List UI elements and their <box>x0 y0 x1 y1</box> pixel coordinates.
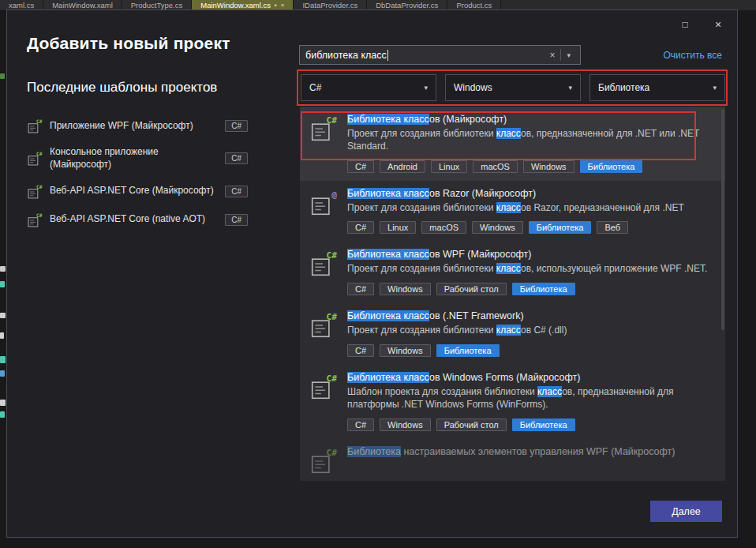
text-segment: ов Razor (Майкрософт) <box>429 188 536 199</box>
class-library-icon: C# <box>309 114 338 143</box>
result-tag[interactable]: Библиотека <box>436 344 500 357</box>
filter-value: Windows <box>454 82 492 93</box>
text-segment: ов WPF (Майкрософт) <box>429 249 532 260</box>
result-tag[interactable]: macOS <box>473 160 518 173</box>
result-description: Проект для создания библиотеки классов, … <box>347 263 716 276</box>
text-segment: настраиваемых элементов управления WPF (… <box>401 446 676 457</box>
result-tag[interactable]: Библиотека <box>529 221 592 234</box>
wpf-custom-control-library-icon: C# <box>309 447 338 475</box>
search-value: библиотека класс <box>305 50 387 61</box>
result-tag[interactable]: C# <box>347 221 374 234</box>
text-segment: ов (.NET Framework) <box>429 310 524 321</box>
class-library-netfx-icon: C# <box>309 311 338 340</box>
result-tag[interactable]: Веб <box>597 221 628 234</box>
result-body: Библиотека настраиваемых элементов управ… <box>347 446 716 475</box>
result-tag[interactable]: Windows <box>380 419 431 431</box>
close-icon: × <box>715 18 721 31</box>
close-button[interactable]: × <box>704 14 732 35</box>
result-tag[interactable]: C# <box>347 419 374 431</box>
language-badge: C# <box>225 214 248 226</box>
text-segment: ов, использующей приложение WPF .NET. <box>521 263 707 274</box>
background-code-fragment <box>0 356 6 363</box>
recent-template-label: Приложение WPF (Майкрософт) <box>50 120 218 133</box>
result-tag[interactable]: Рабочий стол <box>436 283 507 295</box>
result-tag[interactable]: Windows <box>380 344 431 357</box>
editor-tab-label: MainWindow.xaml <box>52 1 113 9</box>
console-app-icon: C# <box>27 151 43 167</box>
template-result-item[interactable]: C#Библиотека классов Windows Forms (Майк… <box>300 365 725 439</box>
vs-editor-background: xaml.csMainWindow.xamlProductType.csMain… <box>0 0 756 548</box>
search-input[interactable]: библиотека класс × ▾ <box>299 45 581 65</box>
result-body: Библиотека классов (Майкрософт)Проект дл… <box>347 114 716 173</box>
next-button[interactable]: Далее <box>650 501 722 522</box>
search-match-highlight: Библиотека класс <box>347 114 429 125</box>
language-badge: C# <box>225 152 248 164</box>
recent-template-item[interactable]: C#Веб-API ASP.NET Core (native AOT)C# <box>27 212 248 228</box>
scrollbar-thumb[interactable] <box>721 109 724 330</box>
text-segment: Проект для создания библиотеки <box>347 263 496 274</box>
project-type-filter-dropdown[interactable]: Библиотека▾ <box>589 74 725 101</box>
result-tag[interactable]: Android <box>380 160 425 173</box>
recent-template-item[interactable]: C#Веб-API ASP.NET Core (Майкрософт)C# <box>27 183 248 200</box>
results-scrollbar[interactable] <box>720 107 725 481</box>
recent-template-item[interactable]: C#Консольное приложение (Майкрософт)C# <box>27 146 248 171</box>
search-match-highlight: Библиотека <box>347 446 401 457</box>
close-tab-icon[interactable]: × <box>281 2 285 9</box>
background-code-fragment <box>0 411 5 418</box>
result-tag[interactable]: Windows <box>523 160 574 173</box>
result-tag[interactable]: Linux <box>380 221 416 234</box>
search-match-highlight: Библиотека класс <box>347 249 429 260</box>
filter-value: C# <box>309 82 321 93</box>
search-match-highlight: Библиотека класс <box>347 310 429 321</box>
template-result-item[interactable]: C#Библиотека классов WPF (Майкрософт)Про… <box>300 242 725 303</box>
result-tag[interactable]: Библиотека <box>512 419 575 431</box>
background-code-fragment <box>0 73 5 79</box>
editor-tab-label: xaml.cs <box>9 1 34 9</box>
clear-search-icon[interactable]: × <box>545 50 559 61</box>
editor-tab-label: IDataProvider.cs <box>302 1 357 9</box>
search-results-list: C#Библиотека классов (Майкрософт)Проект … <box>300 107 725 481</box>
result-tag[interactable]: C# <box>347 344 374 357</box>
template-result-item[interactable]: @Библиотека классов Razor (Майкрософт)Пр… <box>300 181 725 242</box>
search-match-highlight: класс <box>496 128 521 139</box>
platform-filter-dropdown[interactable]: Windows▾ <box>445 74 581 101</box>
wpf-app-icon: C# <box>27 118 43 134</box>
text-segment: ов (Майкрософт) <box>429 114 507 125</box>
template-result-item[interactable]: C#Библиотека классов (.NET Framework)Про… <box>300 303 725 365</box>
chevron-down-icon: ▾ <box>713 84 717 92</box>
maximize-icon: □ <box>682 19 687 30</box>
result-title: Библиотека классов Windows Forms (Майкро… <box>347 372 716 383</box>
result-tag[interactable]: C# <box>347 283 374 295</box>
maximize-button[interactable]: □ <box>671 14 699 35</box>
result-title: Библиотека классов (.NET Framework) <box>347 310 716 321</box>
svg-text:C#: C# <box>36 118 43 124</box>
result-tag[interactable]: Рабочий стол <box>436 419 507 431</box>
result-tag[interactable]: Windows <box>380 283 431 295</box>
chevron-down-icon: ▾ <box>568 84 572 92</box>
result-tag[interactable]: macOS <box>421 221 466 234</box>
svg-text:C#: C# <box>36 151 43 156</box>
background-code-fragment <box>0 281 5 287</box>
result-tag[interactable]: Библиотека <box>580 160 643 173</box>
svg-text:C#: C# <box>327 312 338 322</box>
text-segment: Проект для создания библиотеки <box>347 325 496 336</box>
editor-tab-label: Product.cs <box>456 1 492 9</box>
pin-icon[interactable]: ▪ <box>275 2 277 9</box>
result-tag[interactable]: Библиотека <box>512 283 575 295</box>
clear-all-link[interactable]: Очистить все <box>664 50 722 61</box>
language-filter-dropdown[interactable]: C#▾ <box>301 74 436 101</box>
result-tag[interactable]: Windows <box>472 221 523 234</box>
background-code-fragment <box>0 332 4 339</box>
result-title: Библиотека классов (Майкрософт) <box>347 114 716 125</box>
result-tag[interactable]: Linux <box>431 160 467 173</box>
template-result-item[interactable]: C#Библиотека настраиваемых элементов упр… <box>300 439 725 481</box>
recent-templates-list: C#Приложение WPF (Майкрософт)C#C#Консоль… <box>27 118 248 228</box>
text-segment: ов C# (.dll) <box>521 325 567 336</box>
search-dropdown-icon[interactable]: ▾ <box>563 51 574 59</box>
search-match-highlight: Библиотека класс <box>347 372 429 383</box>
divider <box>560 49 561 61</box>
result-tag[interactable]: C# <box>347 160 374 173</box>
editor-tab-label: DbDataProvider.cs <box>376 1 438 9</box>
template-result-item[interactable]: C#Библиотека классов (Майкрософт)Проект … <box>300 107 725 181</box>
recent-template-item[interactable]: C#Приложение WPF (Майкрософт)C# <box>27 118 248 134</box>
